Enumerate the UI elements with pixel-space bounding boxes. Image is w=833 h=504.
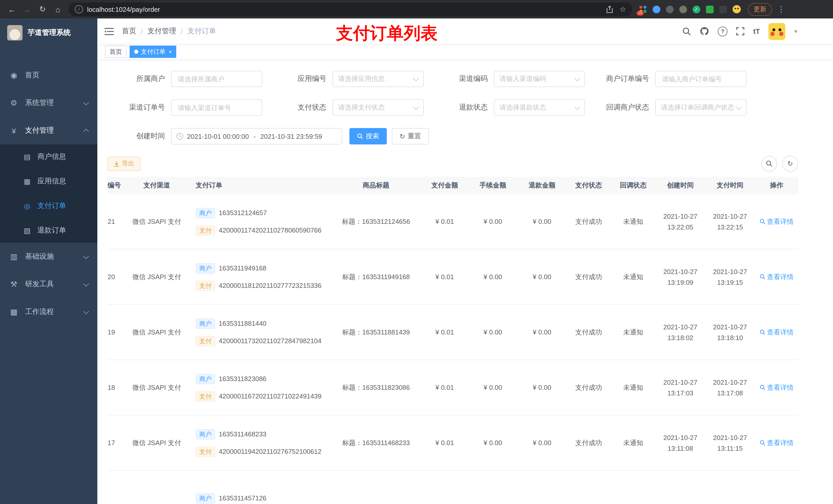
col-channel: 支付渠道 <box>126 181 188 190</box>
cell-fee: ¥ 0.00 <box>468 439 518 447</box>
pay-order-line: 支付 4200001173202110272847982104 <box>196 336 322 346</box>
tag-pay-order[interactable]: 支付订单 × <box>129 46 176 58</box>
olive-extension-icon[interactable] <box>679 5 687 13</box>
chat-extension-icon[interactable] <box>706 5 714 13</box>
export-button[interactable]: 导出 <box>108 157 140 171</box>
col-order: 支付订单 <box>188 181 331 190</box>
avatar-caret-icon[interactable]: ▾ <box>794 28 797 34</box>
tag-home[interactable]: 首页 <box>105 46 126 58</box>
pay-order-no: 4200001173202110272847982104 <box>219 337 322 345</box>
col-refund: 退款金额 <box>518 181 567 190</box>
dark-extension-icon[interactable] <box>666 5 674 13</box>
sidebar-item-refund-order[interactable]: ▧ 退款订单 <box>0 218 97 243</box>
view-detail-link[interactable]: 查看详情 <box>760 272 793 282</box>
col-create-time: 创建时间 <box>656 181 705 190</box>
sidebar-item-payment[interactable]: ¥ 支付管理 <box>0 117 97 144</box>
cell-channel: 微信 JSAPI 支付 <box>126 383 188 392</box>
chrome-update-button[interactable]: 更新 <box>748 3 772 16</box>
sidebar-item-infrastructure[interactable]: ▥ 基础设施 <box>0 243 97 270</box>
pay-tag: 支付 <box>196 391 215 401</box>
pay-date: 2021-10-27 <box>707 266 753 277</box>
field-label: 应用编号 <box>269 74 332 83</box>
browser-back-button[interactable]: ← <box>5 3 19 16</box>
field-label: 商户订单编号 <box>592 74 655 83</box>
github-icon[interactable] <box>700 27 709 36</box>
view-detail-link[interactable]: 查看详情 <box>760 438 793 448</box>
reset-button[interactable]: ↻ 重置 <box>392 128 429 144</box>
sidebar-toggle-icon[interactable] <box>104 27 114 35</box>
browser-reload-button[interactable]: ↻ <box>36 3 49 16</box>
breadcrumb-home[interactable]: 首页 <box>122 27 136 36</box>
pin-extension-icon[interactable] <box>719 5 727 13</box>
create-date: 2021-10-27 <box>658 266 703 277</box>
dots-extension-icon[interactable]: 10 <box>639 5 647 13</box>
gear-icon: ⚙ <box>9 98 19 107</box>
col-amount: 支付金额 <box>421 181 468 190</box>
channel-code-select[interactable]: 请输入渠道编码 <box>494 71 585 87</box>
sidebar-item-workflow[interactable]: ▩ 工作流程 <box>0 298 97 326</box>
merchant-input[interactable] <box>177 74 257 83</box>
browser-menu-icon[interactable]: ⋮ <box>777 5 785 14</box>
site-info-icon[interactable]: i <box>75 5 83 13</box>
merchant-order-no-input[interactable] <box>661 74 741 83</box>
create-time: 13:18:02 <box>658 332 703 343</box>
user-avatar[interactable] <box>769 23 786 40</box>
sidebar-logo[interactable]: 芋道管理系统 <box>0 19 97 47</box>
date-range-picker[interactable]: 2021-10-01 00:00:00 - 2021-10-31 23:59:5… <box>171 128 342 144</box>
sidebar-item-dev-tools[interactable]: ⚒ 研发工具 <box>0 270 97 298</box>
sidebar-item-merchant-info[interactable]: ▤ 商户信息 <box>0 144 97 169</box>
cell-notify: 未通知 <box>611 383 656 392</box>
page-content: 所属商户 应用编号 请选择应用信息 渠道编码 请输入渠道编码 <box>97 59 833 504</box>
font-size-icon[interactable]: tT <box>753 27 760 35</box>
browser-forward-button[interactable]: → <box>21 3 34 16</box>
help-icon[interactable]: ? <box>718 26 728 36</box>
bookmark-star-icon[interactable]: ☆ <box>620 5 626 13</box>
cell-create-time: 2021-10-27 13:18:02 <box>656 321 705 343</box>
sidebar: 芋道管理系统 ◉ 首页 ⚙ 系统管理 ¥ 支付管理 <box>0 19 97 504</box>
refresh-table-button[interactable]: ↻ <box>782 156 798 172</box>
notify-status-select[interactable]: 请选择订单回调商户状态 <box>655 99 746 116</box>
pay-status-select[interactable]: 请选择支付状态 <box>332 99 424 116</box>
cell-create-time: 2021-10-27 13:17:03 <box>656 377 705 398</box>
dashboard-icon: ◉ <box>9 71 19 80</box>
cell-create-time: 2021-10-27 13:19:09 <box>656 266 705 288</box>
breadcrumb-payment[interactable]: 支付管理 <box>147 27 176 36</box>
tag-close-icon[interactable]: × <box>169 49 172 55</box>
chevron-down-icon <box>574 75 580 81</box>
pay-order-line: 支付 4200001194202110276752100612 <box>196 447 322 457</box>
toggle-search-button[interactable] <box>761 156 777 172</box>
chevron-up-icon <box>83 129 89 135</box>
search-icon[interactable] <box>683 27 691 35</box>
green-check-extension-icon[interactable]: ✓ <box>693 5 700 13</box>
col-notify: 回调状态 <box>611 181 656 190</box>
app-id-select[interactable]: 请选择应用信息 <box>332 71 424 87</box>
cell-title: 标题：1635311881439 <box>331 328 421 337</box>
browser-home-button[interactable]: ⌂ <box>51 3 65 16</box>
refund-status-select[interactable]: 请选择退款状态 <box>494 99 585 116</box>
share-icon[interactable] <box>606 5 614 13</box>
cell-amount: ¥ 0.01 <box>421 273 468 281</box>
pay-time: 13:18:10 <box>707 332 753 343</box>
cell-fee: ¥ 0.00 <box>468 273 518 281</box>
chevron-down-icon <box>413 75 419 81</box>
sidebar-item-pay-order[interactable]: ◎ 支付订单 <box>0 194 97 218</box>
sidebar-item-system[interactable]: ⚙ 系统管理 <box>0 89 97 117</box>
view-detail-link[interactable]: 查看详情 <box>760 217 793 226</box>
cell-create-time: 2021-10-27 13:22:05 <box>656 211 705 232</box>
search-button[interactable]: 搜索 <box>349 128 387 144</box>
channel-order-no-input[interactable] <box>177 103 257 112</box>
col-action: 操作 <box>755 181 798 190</box>
table-row: 19 微信 JSAPI 支付 商户 1635311881440 <box>108 305 798 360</box>
fullscreen-icon[interactable] <box>736 27 745 35</box>
view-detail-link[interactable]: 查看详情 <box>760 383 793 392</box>
view-detail-link[interactable]: 查看详情 <box>760 328 793 337</box>
sidebar-item-home[interactable]: ◉ 首页 <box>0 62 97 89</box>
address-bar[interactable]: i localhost:1024/pay/order ☆ <box>69 2 632 16</box>
pay-tag: 支付 <box>196 225 215 235</box>
sidebar-item-app-info[interactable]: ▦ 应用信息 <box>0 169 97 194</box>
cell-id: 20 <box>108 273 126 281</box>
table-header: 编号 支付渠道 支付订单 商品标题 支付金额 手续金额 退款金额 支付状态 回调… <box>108 177 798 194</box>
drop-extension-icon[interactable] <box>653 5 660 13</box>
pay-tag: 支付 <box>196 336 215 346</box>
emoji-extension-icon[interactable] <box>733 5 741 13</box>
